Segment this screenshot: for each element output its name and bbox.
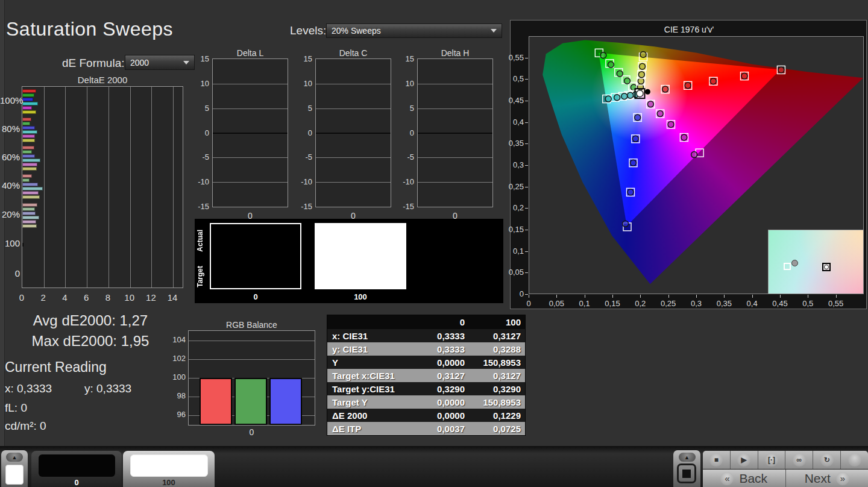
deltae-bar	[22, 130, 37, 134]
delta-c-title: Delta C	[315, 48, 391, 58]
row-label: y: CIE31	[327, 344, 412, 354]
bar-group-label: 100	[0, 238, 20, 248]
rgb-bar-green	[234, 378, 267, 425]
gridline	[65, 87, 66, 287]
deltae-bar	[22, 146, 34, 149]
x-tick	[556, 295, 557, 298]
patch-100-swatch[interactable]	[130, 454, 208, 477]
stop-button[interactable]: ■	[703, 451, 731, 469]
y-tick-label: -5	[397, 152, 414, 162]
de-formula-label: dE Formula:	[62, 57, 124, 70]
y-tick-label: 0,2	[507, 203, 524, 212]
expand-up-button[interactable]: ▲	[679, 453, 696, 462]
gridline	[108, 87, 109, 287]
y-tick	[525, 294, 528, 295]
y-tick-label: 0,4	[507, 118, 524, 127]
current-patch-swatch[interactable]	[5, 465, 24, 485]
x-tick	[585, 295, 585, 298]
rgb-balance-title: RGB Balance	[188, 320, 315, 330]
x-tick-label: 10	[124, 292, 136, 303]
next-button[interactable]: Next »	[786, 470, 868, 487]
y-tick-label: 0,15	[507, 225, 524, 234]
chevron-down-icon	[491, 29, 497, 33]
measurement-table: 0100x: CIE310,33330,3127y: CIE310,33330,…	[327, 315, 526, 436]
deltae-bar	[22, 220, 36, 224]
cie-measured-circle-yellow	[640, 52, 646, 58]
deltae-bar	[22, 106, 32, 110]
gridline	[213, 157, 288, 158]
x-tick	[836, 295, 837, 298]
gridline	[213, 84, 288, 84]
refresh-button[interactable]: ↻	[813, 451, 841, 469]
gridline	[173, 87, 174, 287]
taskbar-meter-panel: ▲	[673, 450, 700, 487]
gridline	[44, 87, 45, 287]
x-tick-label: 0,25	[658, 299, 679, 308]
rgb-balance-chart	[188, 330, 315, 426]
y-tick	[525, 122, 528, 123]
deltae-bar	[22, 243, 24, 247]
blank-icon	[848, 453, 861, 467]
x-tick	[529, 295, 529, 298]
y-tick-label: 15	[295, 54, 312, 63]
x-tick	[752, 295, 753, 298]
inset-white-target	[822, 263, 831, 271]
current-reading-cdm2: cd/m²: 0	[5, 419, 46, 433]
stop-measure-button[interactable]	[677, 463, 696, 483]
patch-0-swatch[interactable]	[39, 454, 115, 477]
expand-up-button[interactable]: ▲	[6, 453, 23, 462]
actual-row-label: Actual	[196, 230, 204, 252]
table-row: Target x:CIE310,31270,3127	[327, 369, 525, 382]
deltae-bar	[22, 154, 35, 158]
levels-dropdown[interactable]: 20% Sweeps	[326, 24, 502, 38]
x-tick-label: 0,45	[769, 299, 791, 308]
gridline	[316, 157, 391, 158]
y-tick-label: 0,55	[507, 53, 524, 62]
taskbar: ▲ 0 100 ▲ ■▶[·]∞↻ « Back Next »	[0, 446, 868, 487]
x-tick	[668, 295, 669, 298]
row-value-100: 0,3290	[465, 384, 525, 394]
x-tick	[724, 295, 725, 298]
cie-measured-circle-green	[631, 84, 637, 90]
cie-measured-circle-green	[600, 52, 606, 58]
rgb-bar-red	[200, 378, 232, 425]
table-row: Target y:CIE310,32900,3290	[327, 382, 525, 395]
y-tick	[525, 143, 528, 144]
back-label: Back	[739, 471, 767, 486]
delta-l-chart: 151050-5-10-15	[212, 58, 288, 207]
y-tick-label: 10	[295, 79, 312, 88]
y-tick-label: 5	[295, 104, 312, 113]
measure-icon: [·]	[765, 453, 778, 467]
cie-measured-circle-yellow	[640, 63, 646, 69]
y-tick-label: 5	[397, 104, 414, 113]
row-value-0: 0,0000	[412, 410, 465, 421]
gridline	[213, 182, 288, 183]
patch-0-label: 0	[31, 478, 122, 487]
delta-h-chart: 151050-5-10-15	[417, 58, 493, 207]
table-row: Y0,0000150,8953	[327, 356, 525, 369]
cie-measured-circle-red	[662, 86, 668, 92]
de-formula-dropdown[interactable]: 2000	[125, 55, 195, 70]
back-button[interactable]: « Back	[703, 470, 786, 487]
deltae-bar	[22, 98, 33, 101]
y-tick-label: 0,3	[507, 160, 524, 169]
y-tick-label: 0	[295, 128, 312, 137]
blank-button[interactable]	[841, 451, 868, 469]
inset-measured-circle	[791, 260, 798, 266]
continuous-button[interactable]: ∞	[785, 451, 813, 469]
x-tick-label: 0,3	[685, 299, 707, 308]
measure-controls: ■▶[·]∞↻	[703, 451, 868, 469]
play-button[interactable]: ▶	[731, 451, 758, 469]
row-label: Target y:CIE31	[327, 384, 412, 394]
zero-line	[213, 133, 288, 134]
next-label: Next	[805, 471, 831, 486]
y-tick-label: -10	[295, 177, 312, 186]
deltae-bar	[22, 224, 37, 228]
zero-line	[316, 133, 391, 134]
gridline	[316, 108, 391, 109]
y-tick	[525, 272, 528, 273]
x-tick-label: 0,35	[713, 299, 735, 308]
measure-button[interactable]: [·]	[758, 451, 786, 469]
cie-measured-circle-blue	[635, 115, 641, 121]
bar-group-label: 20%	[0, 209, 20, 219]
